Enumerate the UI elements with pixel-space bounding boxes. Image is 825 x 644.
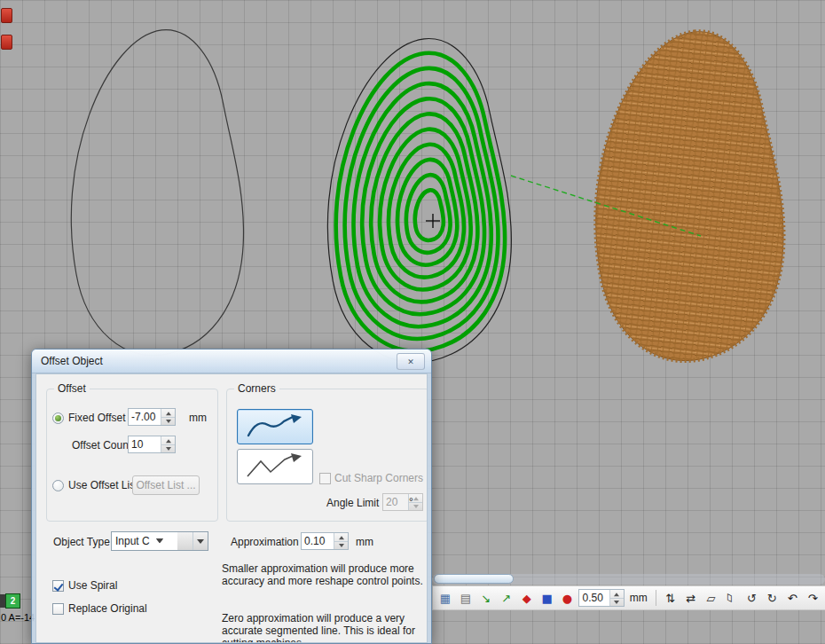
zero-approximation-note: Zero approximation will produce a very a… [222, 612, 428, 643]
offset-list-button[interactable]: Offset List ... [132, 475, 200, 495]
combo-open-button[interactable] [192, 532, 208, 550]
fixed-offset-spinner[interactable]: -7.00 [128, 408, 176, 426]
angle-limit-label: Angle Limit [326, 497, 379, 509]
spin-up-button[interactable] [161, 409, 175, 418]
spin-up-button[interactable] [334, 533, 348, 542]
left-dock-icon-2[interactable] [1, 35, 12, 50]
stitch-spacing-spinner[interactable]: 0.50 [578, 589, 624, 607]
dialog-titlebar[interactable]: Offset Object [32, 349, 431, 373]
cut-sharp-corners-checkbox[interactable] [319, 473, 331, 484]
offset-shape[interactable] [327, 39, 511, 363]
angle-limit-unit: ° [409, 496, 413, 508]
horizontal-scrollbar[interactable] [432, 574, 825, 585]
rotate-ccw-icon[interactable]: ↶ [783, 589, 801, 607]
status-coordinates: 0 A=-14 [1, 612, 35, 623]
approximation-value[interactable]: 0.10 [302, 533, 334, 549]
use-offset-list-radio[interactable] [52, 480, 64, 491]
outline-shape[interactable] [71, 30, 243, 356]
offset-count-label: Offset Count [72, 439, 131, 452]
offset-group-label: Offset [54, 382, 90, 395]
rotate-cw-icon[interactable]: ↷ [804, 589, 821, 607]
left-dock-icon-1[interactable] [1, 8, 12, 23]
thread-color-icon[interactable]: ● [559, 589, 577, 607]
spin-down-button[interactable] [610, 599, 624, 607]
fixed-offset-unit: mm [189, 412, 207, 424]
angle-limit-value[interactable]: 20 [383, 494, 408, 510]
spin-down-button[interactable] [334, 542, 348, 550]
approximation-unit: mm [356, 536, 373, 548]
jump-stitch-icon[interactable]: ↗ [498, 589, 515, 607]
close-button[interactable] [397, 353, 425, 370]
object-type-label: Object Type [53, 536, 110, 548]
dialog-title: Offset Object [41, 355, 103, 367]
mirror-vertical-icon[interactable]: ⇅ [662, 589, 680, 607]
stitch-spacing-unit: mm [630, 592, 648, 604]
fixed-offset-label: Fixed Offset [68, 412, 125, 424]
use-spiral-checkbox[interactable] [52, 580, 64, 592]
spin-down-button[interactable] [161, 445, 175, 453]
crosshair-cursor [426, 214, 440, 228]
mirror-horizontal-icon[interactable]: ⇄ [682, 589, 700, 607]
round-corners-button[interactable] [237, 409, 313, 444]
spin-up-button[interactable] [161, 436, 175, 445]
mesh-icon[interactable]: ▤ [457, 589, 475, 607]
angle-limit-spinner[interactable]: 20 [382, 493, 423, 511]
skew-horizontal-icon[interactable]: ▱ [703, 589, 720, 607]
toolbar-separator [656, 590, 656, 606]
stitched-shape[interactable] [596, 32, 783, 361]
spin-up-button[interactable] [610, 590, 624, 599]
round-corners-icon [243, 413, 307, 440]
use-spiral-label: Use Spiral [68, 579, 117, 592]
stop-point-icon[interactable]: ◆ [518, 589, 536, 607]
dropdown-arrow-icon[interactable] [177, 532, 192, 550]
scrollbar-thumb[interactable] [434, 574, 514, 584]
rotate-cw-45-icon[interactable]: ↻ [763, 589, 781, 607]
spin-down-button[interactable] [161, 418, 175, 426]
approximation-label: Approximation [231, 536, 299, 548]
application-window: 2 0 A=-14 ▦ ▤ ↘ ↗ ◆ ■ ● 0.50 mm ⇅ ⇄ ▱ ▱ … [0, 0, 825, 644]
cut-sharp-corners-label: Cut Sharp Corners [334, 472, 423, 484]
replace-original-label: Replace Original [68, 602, 147, 615]
color-index-badge: 2 [5, 593, 20, 609]
offset-count-value[interactable]: 10 [129, 436, 161, 452]
use-offset-list-label: Use Offset List [68, 479, 138, 491]
approximation-note: Smaller approximation will produce more … [222, 562, 428, 587]
bottom-toolbar: ▦ ▤ ↘ ↗ ◆ ■ ● 0.50 mm ⇅ ⇄ ▱ ▱ ↺ ↻ ↶ ↷ [432, 585, 825, 610]
grid-icon[interactable]: ▦ [436, 589, 454, 607]
color-block-icon[interactable]: ■ [538, 589, 556, 607]
dialog-body: Offset Fixed Offset -7.00 mm Offset Coun… [35, 373, 428, 643]
replace-original-checkbox[interactable] [52, 603, 64, 615]
fixed-offset-radio[interactable] [52, 412, 64, 424]
corners-group-label: Corners [234, 382, 279, 395]
approximation-spinner[interactable]: 0.10 [301, 532, 349, 550]
sharp-corners-icon [243, 453, 307, 480]
offset-object-dialog: Offset Object Offset Fixed Offset -7.00 … [31, 349, 432, 644]
offset-count-spinner[interactable]: 10 [128, 436, 176, 453]
run-stitch-icon[interactable]: ↘ [477, 589, 495, 607]
stitch-spacing-value[interactable]: 0.50 [579, 590, 609, 606]
skew-vertical-icon[interactable]: ▱ [722, 589, 740, 607]
object-type-dropdown[interactable]: Input C [111, 531, 208, 551]
fixed-offset-value[interactable]: -7.00 [129, 409, 161, 425]
offset-list-button-label: Offset List ... [136, 479, 195, 491]
object-type-value: Input C [112, 532, 177, 550]
rotate-ccw-45-icon[interactable]: ↺ [742, 589, 760, 607]
sharp-corners-button[interactable] [237, 449, 313, 484]
status-area: 2 [0, 593, 20, 609]
